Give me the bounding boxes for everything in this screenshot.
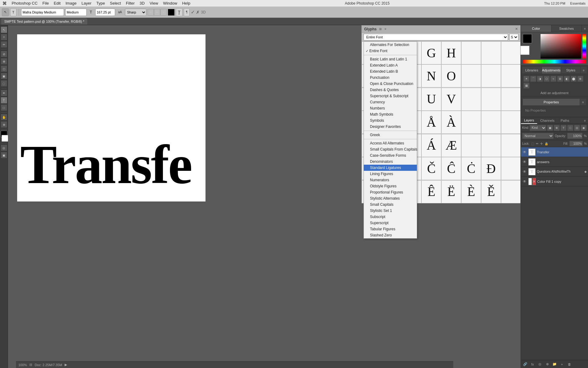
styles-tab[interactable]: Styles xyxy=(561,67,581,74)
clone-tool[interactable]: ⊕ xyxy=(1,58,7,65)
align-center-btn[interactable]: ≡ xyxy=(154,9,160,16)
font-name-input[interactable] xyxy=(21,9,64,16)
menu-select[interactable]: Select xyxy=(110,1,121,6)
libraries-tab[interactable]: Libraries xyxy=(522,67,542,74)
layers-filter-shape-btn[interactable]: □ xyxy=(567,125,573,131)
layers-kind-select[interactable]: Kind xyxy=(530,125,546,131)
text-tool[interactable]: T xyxy=(1,97,7,104)
dropdown-item-designer-favorites[interactable]: Designer Favorites xyxy=(364,124,417,130)
text-tool-btn[interactable]: T xyxy=(10,8,17,16)
layer-vis-answers[interactable]: 👁 xyxy=(522,159,527,164)
font-size-input[interactable] xyxy=(95,9,115,16)
glyph-cell-Cdot[interactable]: Ċ xyxy=(461,157,481,180)
text-color-swatch[interactable] xyxy=(168,9,175,16)
dropdown-item-currency[interactable]: Currency xyxy=(364,99,417,105)
menu-photoshop[interactable]: Photoshop CC xyxy=(12,1,38,6)
dropdown-item-stylistic-alternates[interactable]: Stylistic Alternates xyxy=(364,195,417,201)
move-tool-btn[interactable]: ↖ xyxy=(2,8,9,16)
properties-tab[interactable]: Properties xyxy=(523,99,580,105)
commit-btn[interactable]: ✓ xyxy=(191,9,195,15)
glyph-cell-Ecaron[interactable]: Ě xyxy=(481,180,501,203)
layers-filter-type-btn[interactable]: T xyxy=(560,125,567,131)
apple-menu[interactable]: ⌘ xyxy=(2,1,7,6)
link-layers-btn[interactable]: 🔗 xyxy=(522,361,528,367)
channel-mixer-btn[interactable]: ⊕ xyxy=(577,76,583,82)
dropdown-item-case-sensitive[interactable]: Case-Sensitive Forms xyxy=(364,152,417,159)
glyph-cell-Ecirc[interactable]: Ê xyxy=(421,180,441,203)
add-style-btn[interactable]: fx xyxy=(530,361,536,367)
layer-item-questions[interactable]: 👁 T Questions ANdNoWwiTh ◆ xyxy=(521,167,588,177)
glyph-cell-AE[interactable]: Æ xyxy=(441,134,461,157)
shape-tool[interactable]: □ xyxy=(1,104,7,111)
dropdown-item-subscript[interactable]: Subscript xyxy=(364,214,417,220)
foreground-color[interactable] xyxy=(523,34,532,43)
bw-adj-btn[interactable]: ◧ xyxy=(564,76,570,82)
layer-vis-questions[interactable]: 👁 xyxy=(522,169,527,174)
glyph-cell-Aring[interactable]: Å xyxy=(421,111,441,134)
dropdown-item-superscript[interactable]: Superscript & Subscript xyxy=(364,93,417,99)
glyphs-options-icon[interactable]: ≡ xyxy=(385,27,386,31)
dropdown-item-numerators[interactable]: Numerators xyxy=(364,177,417,183)
color-gradient-picker[interactable] xyxy=(541,34,581,59)
layer-vis-colorfill[interactable]: 👁 xyxy=(522,179,527,184)
background-color[interactable] xyxy=(520,46,530,55)
layer-vis-transfer[interactable]: 👁 xyxy=(522,150,527,155)
layers-menu-btn[interactable]: ≡ xyxy=(582,117,588,124)
layers-tab[interactable]: Layers xyxy=(521,117,537,124)
color-hue-bar[interactable] xyxy=(523,60,586,63)
menu-image[interactable]: Image xyxy=(66,1,77,6)
adj-panel-menu[interactable]: ≡ xyxy=(581,67,587,74)
layers-filter-smart-btn[interactable]: ◎ xyxy=(574,125,580,131)
crop-tool[interactable]: ⌗ xyxy=(1,34,7,40)
bg-color-btn[interactable] xyxy=(2,135,8,142)
add-adjustment-layer-btn[interactable]: ⊕ xyxy=(544,361,550,367)
lock-brush-btn[interactable]: ✏ xyxy=(536,142,538,145)
dropdown-item-alternates[interactable]: Alternates For Selection xyxy=(364,42,417,48)
warp-text-btn[interactable]: T̰ xyxy=(176,8,183,16)
photo-filter-btn[interactable]: ⬤ xyxy=(571,76,577,82)
glyph-cell-O[interactable]: O xyxy=(441,64,461,87)
dropdown-item-oldstyle-figures[interactable]: Oldstyle Figures xyxy=(364,183,417,189)
color-tab[interactable]: Color xyxy=(521,25,552,32)
dropdown-item-lining-figures[interactable]: Lining Figures xyxy=(364,171,417,177)
dropdown-item-small-caps-from-caps[interactable]: Small Capitals From Capitals xyxy=(364,146,417,152)
antialias-select[interactable]: Sharp Crisp Strong Smooth xyxy=(125,9,146,16)
brightness-adj-btn[interactable]: ☀ xyxy=(523,76,530,82)
dropdown-item-symbols[interactable]: Symbols xyxy=(364,117,417,124)
menu-file[interactable]: File xyxy=(43,1,49,6)
cancel-btn[interactable]: ✗ xyxy=(196,10,200,15)
glyph-cell-Aacute[interactable]: Á xyxy=(421,134,441,157)
layer-item-colorfill[interactable]: 👁 ✕ Color Fill 1 copy xyxy=(521,177,588,186)
glyph-cell-Agrave[interactable]: À xyxy=(441,111,461,134)
dropdown-item-extended-latin-b[interactable]: Extended Latin B xyxy=(364,68,417,75)
glyph-size-select[interactable]: S xyxy=(509,34,518,40)
delete-layer-btn[interactable]: 🗑 xyxy=(566,361,572,367)
menu-edit[interactable]: Edit xyxy=(54,1,61,6)
dropdown-item-tabular-figures[interactable]: Tabular Figures xyxy=(364,226,417,232)
fill-input[interactable] xyxy=(569,141,583,146)
vibrance-adj-btn[interactable]: ⬡ xyxy=(544,76,550,82)
glyph-cell-Ccirc[interactable]: Ĉ xyxy=(441,157,461,180)
dropdown-item-small-capitals[interactable]: Small Capitals xyxy=(364,201,417,208)
dropdown-item-denominators[interactable]: Denominators xyxy=(364,159,417,165)
align-left-btn[interactable]: ≡ xyxy=(148,9,154,16)
props-menu-btn[interactable]: ≡ xyxy=(580,99,586,105)
layer-item-answers[interactable]: 👁 T answers xyxy=(521,157,588,167)
glyph-cell-G[interactable]: G xyxy=(421,41,441,64)
paths-tab[interactable]: Paths xyxy=(558,117,572,124)
glyphs-close-btn[interactable]: ✕ xyxy=(515,27,518,31)
zoom-fit-icon[interactable]: ⊟ xyxy=(29,363,32,367)
menu-type[interactable]: Type xyxy=(96,1,105,6)
lock-transparent-btn[interactable]: ⬚ xyxy=(531,142,534,145)
gradient-tool[interactable]: ▣ xyxy=(1,73,7,79)
menu-window[interactable]: Window xyxy=(163,1,177,6)
glyph-cell-Euml[interactable]: Ë xyxy=(441,180,461,203)
brush-tool[interactable]: ⊘ xyxy=(1,51,7,57)
play-btn[interactable]: ▶ xyxy=(65,363,67,367)
glyph-cell-V[interactable]: V xyxy=(441,88,461,111)
layer-item-transfer[interactable]: 👁 T Transfer xyxy=(521,147,588,157)
align-right-btn[interactable]: ≡ xyxy=(160,9,167,16)
screen-mode-btn[interactable]: ▣ xyxy=(1,152,7,159)
add-layer-btn[interactable]: + xyxy=(559,361,565,367)
glyph-cell-Dstroke[interactable]: Đ xyxy=(481,157,501,180)
